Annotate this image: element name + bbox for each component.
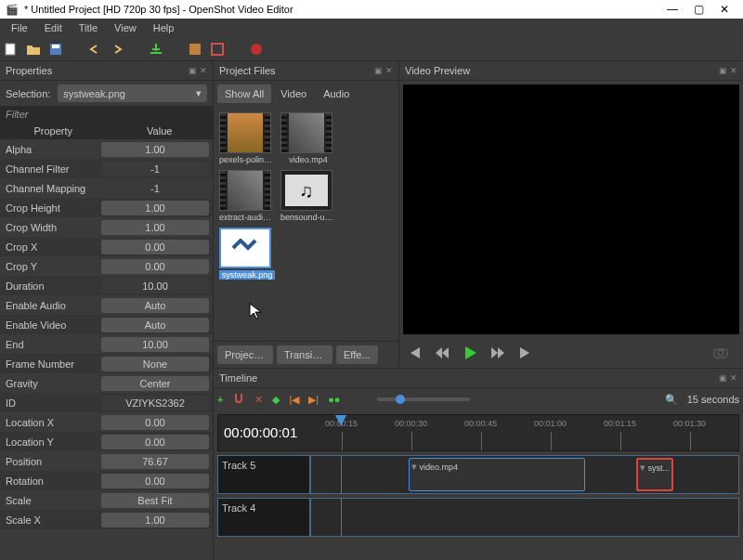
menu-title[interactable]: Title <box>72 20 105 35</box>
minimize-button[interactable]: — <box>659 3 685 16</box>
video-preview-area[interactable] <box>403 85 739 334</box>
jump-end-icon[interactable] <box>518 346 533 359</box>
import-files-icon[interactable] <box>149 42 163 57</box>
marker-icon[interactable]: ◆ <box>272 394 280 406</box>
property-value[interactable]: 0.00 <box>101 240 209 254</box>
property-name: Position <box>0 456 98 467</box>
tab-video[interactable]: Video <box>273 85 314 103</box>
property-name: Crop X <box>0 241 98 253</box>
property-row: IDVZIYKS2362 <box>0 393 213 412</box>
razor-icon[interactable]: ✕ <box>254 394 263 406</box>
property-value[interactable]: -1 <box>101 181 209 196</box>
save-project-icon[interactable] <box>48 42 63 57</box>
panel-controls-icon[interactable]: ▣ ✕ <box>719 66 737 75</box>
track-content[interactable] <box>310 498 739 537</box>
snap-icon[interactable] <box>232 392 245 407</box>
property-value[interactable]: 1.00 <box>101 201 209 215</box>
file-item[interactable]: pexels-polina-ta... <box>219 112 275 164</box>
export-icon[interactable] <box>249 42 264 57</box>
jump-start-icon[interactable] <box>407 346 422 359</box>
zoom-icon[interactable]: 🔍 <box>665 394 678 406</box>
ruler-tick: 00:01:00 <box>534 419 567 428</box>
properties-panel-header: Properties ▣ ✕ <box>0 61 213 81</box>
file-item[interactable]: video.mp4 <box>280 112 336 164</box>
property-value[interactable]: Auto <box>101 298 209 313</box>
timecode-display: 00:00:00:01 <box>224 424 297 440</box>
menu-file[interactable]: File <box>4 20 35 35</box>
file-item[interactable]: extract-audio-w... <box>219 170 275 222</box>
property-value[interactable]: 0.00 <box>101 259 209 274</box>
menu-help[interactable]: Help <box>146 20 182 35</box>
menu-edit[interactable]: Edit <box>37 20 70 35</box>
panel-controls-icon[interactable]: ▣ ✕ <box>374 66 393 75</box>
tab-project-files[interactable]: Project Fi... <box>217 345 273 364</box>
filter-input[interactable]: Filter <box>0 106 213 123</box>
file-item[interactable]: systweak.png <box>219 228 275 280</box>
property-row: Crop Width1.00 <box>0 217 213 237</box>
fullscreen-icon[interactable] <box>210 42 225 57</box>
property-value[interactable]: 0.00 <box>101 474 209 488</box>
properties-title: Properties <box>6 65 52 76</box>
property-value[interactable]: Auto <box>101 318 209 332</box>
undo-icon[interactable] <box>87 42 102 57</box>
timeline-clip[interactable]: ▾ syst... <box>636 458 673 491</box>
svg-rect-3 <box>189 44 201 55</box>
add-track-icon[interactable]: + <box>217 394 223 405</box>
maximize-button[interactable]: ▢ <box>685 3 711 16</box>
timeline-clip[interactable]: ▾ video.mp4 <box>409 458 585 491</box>
file-item[interactable]: ♫bensound-ukul... <box>280 170 336 222</box>
property-value[interactable]: Center <box>101 376 209 391</box>
property-value[interactable]: 76.67 <box>101 454 209 469</box>
tab-audio[interactable]: Audio <box>316 85 357 103</box>
track-label[interactable]: Track 4 <box>217 498 310 537</box>
property-name: Location X <box>0 417 98 428</box>
tab-transitions[interactable]: Transiti... <box>277 345 332 364</box>
open-project-icon[interactable] <box>26 42 41 57</box>
rewind-icon[interactable] <box>435 346 450 359</box>
new-project-icon[interactable] <box>4 42 19 57</box>
profile-icon[interactable] <box>188 42 202 57</box>
panel-controls-icon[interactable]: ▣ ✕ <box>719 373 737 383</box>
property-value[interactable]: 0.00 <box>101 415 209 430</box>
file-label: systweak.png <box>219 270 275 280</box>
play-icon[interactable] <box>463 345 477 360</box>
property-name: Enable Video <box>0 319 98 331</box>
tab-show-all[interactable]: Show All <box>217 85 271 103</box>
property-value[interactable]: 1.00 <box>101 513 209 527</box>
zoom-slider[interactable] <box>377 397 470 401</box>
fast-forward-icon[interactable] <box>490 346 505 359</box>
prev-marker-icon[interactable]: |◀ <box>289 394 299 406</box>
property-name: Scale <box>0 495 98 506</box>
selection-dropdown[interactable]: systweak.png ▾ <box>58 85 207 102</box>
property-header-name: Property <box>0 123 107 139</box>
ruler-tick: 00:01:15 <box>604 419 636 428</box>
center-playhead-icon[interactable]: ●● <box>328 394 340 405</box>
property-value[interactable]: None <box>101 357 209 371</box>
track-content[interactable]: ▾ video.mp4▾ syst... <box>310 455 739 494</box>
next-marker-icon[interactable]: ▶| <box>308 394 319 406</box>
property-value[interactable]: 1.00 <box>101 220 209 235</box>
camera-icon[interactable] <box>713 346 728 359</box>
property-name: Alpha <box>0 144 98 155</box>
property-value[interactable]: 0.00 <box>101 435 209 449</box>
property-name: Location Y <box>0 436 98 448</box>
property-value[interactable]: Best Fit <box>101 493 209 508</box>
close-button[interactable]: ✕ <box>711 3 737 16</box>
window-titlebar: 🎬 * Untitled Project [HD 720p 30 fps] - … <box>0 0 743 19</box>
timeline-ruler[interactable]: 00:00:00:01 00:00:1500:00:3000:00:4500:0… <box>217 414 739 451</box>
property-value[interactable]: 10.00 <box>101 337 209 352</box>
property-value[interactable]: -1 <box>101 162 209 176</box>
tab-effects[interactable]: Effe... <box>336 345 378 364</box>
property-value[interactable]: VZIYKS2362 <box>101 396 209 410</box>
redo-icon[interactable] <box>110 42 124 57</box>
menu-view[interactable]: View <box>107 20 144 35</box>
file-label: extract-audio-w... <box>219 213 275 222</box>
track-label[interactable]: Track 5 <box>217 455 310 494</box>
ruler-tick: 00:00:30 <box>395 419 427 428</box>
ruler-tick: 00:00:45 <box>464 419 497 428</box>
project-files-title: Project Files <box>219 65 276 76</box>
property-row: Enable VideoAuto <box>0 315 213 334</box>
panel-controls-icon[interactable]: ▣ ✕ <box>189 66 207 75</box>
property-value[interactable]: 1.00 <box>101 142 209 157</box>
property-value[interactable]: 10.00 <box>101 279 209 293</box>
